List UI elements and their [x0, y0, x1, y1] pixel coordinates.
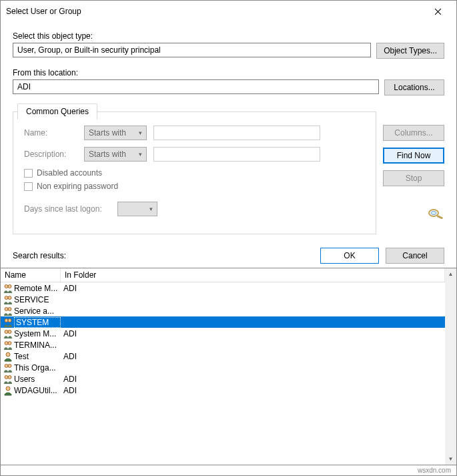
non-expiring-password-checkbox[interactable] — [24, 182, 33, 191]
table-row[interactable]: SYSTEM — [1, 316, 445, 328]
table-row[interactable]: SERVICE — [1, 294, 445, 305]
description-filter-input[interactable] — [153, 147, 320, 162]
group-icon — [2, 363, 14, 373]
window-title: Select User or Group — [6, 7, 81, 16]
row-name: SYSTEM — [14, 317, 61, 328]
find-now-button[interactable]: Find Now — [383, 148, 444, 164]
svg-point-7 — [5, 307, 8, 310]
user-icon — [2, 351, 14, 362]
disabled-accounts-label: Disabled accounts — [37, 168, 102, 178]
table-row[interactable]: System M...ADI — [1, 328, 445, 339]
svg-point-3 — [5, 284, 8, 288]
select-user-group-dialog: Select User or Group Select this object … — [0, 0, 457, 476]
column-header-name[interactable]: Name — [1, 268, 61, 282]
chevron-down-icon: ▾ — [139, 130, 142, 136]
table-row[interactable]: TestADI — [1, 350, 445, 362]
svg-point-12 — [8, 330, 11, 333]
svg-point-13 — [5, 341, 8, 344]
close-button[interactable] — [424, 2, 451, 21]
results-header: Name In Folder — [1, 268, 445, 282]
locations-button[interactable]: Locations... — [384, 79, 444, 95]
magnify-icon — [426, 206, 444, 223]
object-types-button[interactable]: Object Types... — [376, 43, 444, 59]
common-queries-tab[interactable]: Common Queries — [17, 103, 97, 120]
name-filter-input[interactable] — [153, 126, 320, 140]
row-folder: ADI — [61, 375, 445, 384]
table-row[interactable]: Service a... — [1, 305, 445, 316]
column-header-folder[interactable]: In Folder — [61, 268, 445, 282]
svg-point-19 — [8, 375, 11, 379]
stop-button[interactable]: Stop — [383, 170, 444, 186]
svg-point-17 — [8, 364, 11, 367]
svg-point-4 — [8, 284, 11, 288]
chevron-down-icon: ▾ — [139, 151, 142, 158]
name-mode-select[interactable]: Starts with ▾ — [84, 126, 147, 140]
search-results-pane: Name In Folder Remote M...ADISERVICEServ… — [1, 268, 456, 465]
titlebar: Select User or Group — [1, 1, 456, 22]
row-folder: ADI — [61, 386, 445, 395]
close-icon — [434, 8, 442, 15]
group-icon — [2, 328, 14, 339]
name-filter-label: Name: — [24, 128, 77, 138]
row-name: This Orga... — [14, 363, 61, 373]
svg-point-11 — [5, 330, 8, 333]
group-icon — [2, 294, 14, 305]
table-row[interactable]: TERMINA... — [1, 339, 445, 350]
svg-point-10 — [8, 318, 11, 322]
object-type-field[interactable]: User, Group, or Built-in security princi… — [13, 43, 371, 57]
description-filter-label: Description: — [24, 150, 77, 159]
dialog-content: Select this object type: User, Group, or… — [1, 22, 456, 245]
row-folder: ADI — [61, 352, 445, 361]
row-name: Remote M... — [14, 284, 61, 293]
row-folder: ADI — [61, 284, 445, 293]
svg-point-18 — [5, 375, 8, 379]
side-buttons: Columns... Find Now Stop — [383, 105, 444, 234]
days-since-logon-select[interactable]: ▾ — [117, 202, 157, 216]
user-icon — [2, 385, 14, 396]
svg-rect-2 — [437, 215, 443, 220]
table-row[interactable]: Remote M...ADI — [1, 282, 445, 294]
table-row[interactable]: This Orga... — [1, 362, 445, 373]
vertical-scrollbar[interactable]: ▲ ▼ — [445, 268, 456, 465]
watermark: wsxdn.com — [1, 465, 456, 475]
group-icon — [2, 283, 14, 294]
table-row[interactable]: WDAGUtil...ADI — [1, 385, 445, 396]
results-list[interactable]: Remote M...ADISERVICEService a...SYSTEMS… — [1, 282, 445, 396]
row-name: System M... — [14, 329, 61, 338]
days-since-logon-label: Days since last logon: — [24, 204, 111, 214]
columns-button[interactable]: Columns... — [383, 125, 444, 141]
group-icon — [2, 374, 14, 385]
svg-point-5 — [5, 296, 8, 299]
row-folder: ADI — [61, 329, 445, 338]
svg-point-15 — [6, 352, 10, 356]
table-row[interactable]: UsersADI — [1, 373, 445, 385]
group-icon — [2, 306, 14, 316]
group-icon — [2, 317, 14, 328]
scroll-track[interactable] — [445, 280, 456, 453]
row-name: SERVICE — [14, 295, 61, 304]
row-name: WDAGUtil... — [14, 386, 61, 395]
location-label: From this location: — [13, 68, 444, 77]
ok-button[interactable]: OK — [320, 248, 379, 264]
svg-point-1 — [431, 212, 436, 215]
name-mode-value: Starts with — [89, 128, 126, 138]
svg-point-20 — [6, 387, 10, 391]
chevron-down-icon: ▾ — [149, 206, 153, 212]
svg-point-9 — [5, 318, 8, 322]
description-mode-select[interactable]: Starts with ▾ — [84, 147, 147, 162]
scroll-down-icon[interactable]: ▼ — [445, 453, 456, 465]
location-field[interactable]: ADI — [13, 79, 379, 94]
row-name: Service a... — [14, 306, 61, 316]
common-queries-panel: Common Queries Name: Starts with ▾ Descr… — [13, 111, 376, 234]
disabled-accounts-checkbox[interactable] — [24, 169, 33, 178]
scroll-up-icon[interactable]: ▲ — [445, 268, 456, 280]
row-name: TERMINA... — [14, 340, 61, 350]
row-name: Test — [14, 352, 61, 361]
object-type-label: Select this object type: — [13, 31, 444, 41]
cancel-button[interactable]: Cancel — [386, 248, 444, 264]
row-name: Users — [14, 375, 61, 384]
non-expiring-password-label: Non expiring password — [37, 182, 118, 191]
svg-point-16 — [5, 364, 8, 367]
svg-point-14 — [8, 341, 11, 344]
description-mode-value: Starts with — [89, 150, 126, 159]
